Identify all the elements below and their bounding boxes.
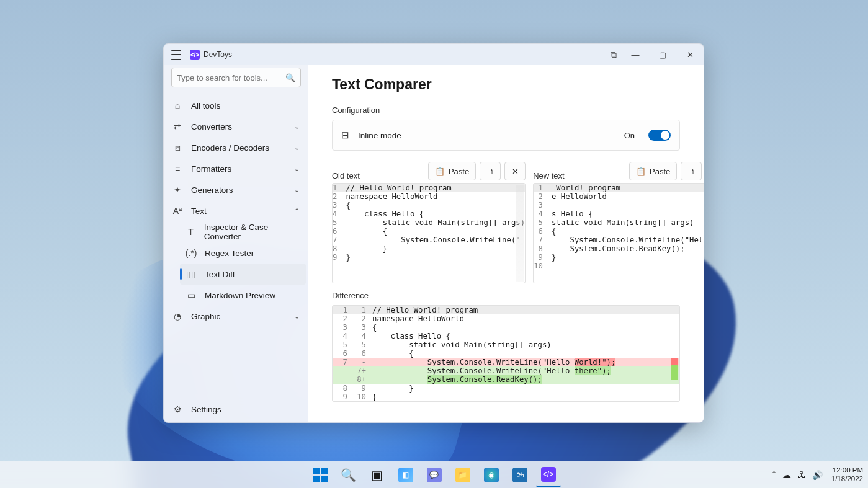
widgets-icon: ◧ bbox=[398, 468, 413, 482]
search-icon: 🔍 bbox=[285, 73, 295, 82]
nav-all-tools[interactable]: ⌂ All tools bbox=[166, 95, 306, 116]
taskbar-store[interactable]: 🛍 bbox=[508, 463, 532, 487]
inline-mode-label: Inline mode bbox=[358, 131, 401, 140]
markdown-icon: ▭ bbox=[186, 290, 196, 300]
old-clear-button[interactable]: ✕ bbox=[504, 162, 526, 180]
app-title: DevToys bbox=[204, 50, 232, 59]
devtoys-icon: </> bbox=[541, 467, 556, 482]
generators-icon: ✦ bbox=[172, 185, 182, 195]
taskbar-edge[interactable]: ◉ bbox=[479, 463, 504, 487]
clock-date: 1/18/2022 bbox=[831, 475, 863, 483]
paste-label: Paste bbox=[449, 167, 469, 176]
new-open-file-button[interactable]: 🗋 bbox=[681, 162, 702, 180]
taskbar-center: 🔍 ▣ ◧ 💬 📁 ◉ 🛍 </> bbox=[308, 463, 561, 487]
gear-icon: ⚙ bbox=[172, 404, 182, 414]
edge-icon: ◉ bbox=[484, 468, 499, 482]
encoders-icon: ⧈ bbox=[172, 143, 182, 153]
devtoys-window: </> DevToys ⧉ — ▢ ✕ 🔍 ⌂ All tools ⇄ Conv… bbox=[163, 43, 704, 423]
taskbar-taskview[interactable]: ▣ bbox=[365, 463, 390, 487]
diff-icon: ▯▯ bbox=[186, 269, 196, 279]
nav-text-markdown[interactable]: ▭ Markdown Preview bbox=[180, 285, 306, 306]
onedrive-icon[interactable]: ☁ bbox=[782, 470, 791, 480]
close-icon: ✕ bbox=[512, 167, 519, 176]
new-text-pane: New text 📋 Paste 🗋 ✕ 1 World! program2e … bbox=[533, 162, 704, 283]
nav-text-diff[interactable]: ▯▯ Text Diff bbox=[180, 264, 306, 285]
new-paste-button[interactable]: 📋 Paste bbox=[629, 162, 677, 180]
diff-marker-added bbox=[671, 365, 678, 380]
inline-mode-toggle[interactable] bbox=[648, 130, 671, 141]
formatters-icon: ≡ bbox=[172, 164, 182, 174]
taskbar: 🔍 ▣ ◧ 💬 📁 ◉ 🛍 </> ˄ ☁ 🖧 🔊 12:00 PM 1/18/… bbox=[0, 461, 868, 488]
nav-label: Text bbox=[191, 206, 207, 216]
diff-marker-removed bbox=[671, 358, 678, 365]
difference-editor[interactable]: 11// Hello World! program22namespace Hel… bbox=[332, 305, 680, 402]
start-button[interactable] bbox=[308, 463, 333, 487]
minimap[interactable] bbox=[516, 185, 524, 282]
inline-mode-icon: ⊟ bbox=[341, 130, 349, 141]
network-icon[interactable]: 🖧 bbox=[797, 470, 806, 480]
page-title: Text Comparer bbox=[332, 76, 680, 93]
nav-label: Generators bbox=[191, 185, 233, 195]
old-open-file-button[interactable]: 🗋 bbox=[480, 162, 501, 180]
nav-settings[interactable]: ⚙ Settings bbox=[166, 399, 306, 420]
taskbar-devtoys[interactable]: </> bbox=[536, 463, 561, 487]
nav-converters[interactable]: ⇄ Converters ⌄ bbox=[166, 116, 306, 137]
search-input[interactable]: 🔍 bbox=[171, 68, 301, 87]
nav-encoders[interactable]: ⧈ Encoders / Decoders ⌄ bbox=[166, 137, 306, 158]
system-tray: ˄ ☁ 🖧 🔊 12:00 PM 1/18/2022 bbox=[772, 466, 863, 482]
chevron-down-icon: ⌄ bbox=[294, 144, 300, 152]
compact-overlay-icon[interactable]: ⧉ bbox=[611, 50, 617, 60]
nav-label: Converters bbox=[191, 122, 232, 131]
nav-graphic[interactable]: ◔ Graphic ⌄ bbox=[166, 306, 306, 327]
nav-label: Settings bbox=[191, 405, 221, 414]
taskview-icon: ▣ bbox=[371, 468, 383, 482]
nav-label: Graphic bbox=[191, 312, 220, 321]
chevron-down-icon: ⌄ bbox=[294, 313, 300, 321]
nav-text[interactable]: Aª Text ⌃ bbox=[166, 200, 306, 221]
nav-label: Formatters bbox=[191, 164, 231, 174]
paste-label: Paste bbox=[650, 167, 670, 176]
text-icon: Aª bbox=[172, 206, 182, 216]
taskbar-clock[interactable]: 12:00 PM 1/18/2022 bbox=[831, 466, 863, 482]
folder-icon: 📁 bbox=[455, 468, 470, 482]
minimize-button[interactable]: — bbox=[622, 44, 649, 65]
file-icon: 🗋 bbox=[687, 167, 696, 176]
difference-label: Difference bbox=[332, 291, 680, 300]
file-icon: 🗋 bbox=[486, 167, 494, 176]
graphic-icon: ◔ bbox=[172, 311, 182, 321]
sidebar: 🔍 ⌂ All tools ⇄ Converters ⌄ ⧈ Encoders … bbox=[164, 65, 308, 422]
taskbar-chat[interactable]: 💬 bbox=[422, 463, 447, 487]
titlebar: </> DevToys ⧉ — ▢ ✕ bbox=[164, 44, 704, 65]
inline-mode-state: On bbox=[624, 131, 635, 140]
volume-icon[interactable]: 🔊 bbox=[812, 470, 823, 480]
nav-formatters[interactable]: ≡ Formatters ⌄ bbox=[166, 158, 306, 179]
hamburger-menu-icon[interactable] bbox=[171, 50, 181, 60]
nav-label: Encoders / Decoders bbox=[191, 143, 269, 153]
nav-text-regex[interactable]: (.*) Regex Tester bbox=[180, 242, 306, 264]
old-text-editor[interactable]: 1// Hello World! program2namespace Hello… bbox=[332, 183, 526, 283]
app-icon: </> bbox=[190, 50, 200, 60]
chat-icon: 💬 bbox=[427, 468, 442, 482]
close-button[interactable]: ✕ bbox=[676, 44, 704, 65]
old-text-label: Old text bbox=[332, 171, 360, 180]
old-paste-button[interactable]: 📋 Paste bbox=[428, 162, 476, 180]
search-field[interactable] bbox=[177, 73, 285, 82]
taskbar-widgets[interactable]: ◧ bbox=[393, 463, 418, 487]
old-text-pane: Old text 📋 Paste 🗋 ✕ 1// Hello World! pr… bbox=[332, 162, 526, 283]
new-text-editor[interactable]: 1 World! program2e HelloWorld34s Hello {… bbox=[533, 183, 704, 283]
nav: ⌂ All tools ⇄ Converters ⌄ ⧈ Encoders / … bbox=[164, 94, 308, 396]
chevron-down-icon: ⌄ bbox=[294, 186, 300, 194]
taskbar-search[interactable]: 🔍 bbox=[336, 463, 361, 487]
chevron-up-icon: ⌃ bbox=[294, 207, 300, 215]
chevron-down-icon: ⌄ bbox=[294, 165, 300, 173]
taskbar-explorer[interactable]: 📁 bbox=[450, 463, 475, 487]
nav-text-inspector[interactable]: T Inspector & Case Converter bbox=[180, 221, 306, 242]
nav-label: All tools bbox=[191, 101, 220, 110]
nav-label: Text Diff bbox=[205, 270, 235, 279]
new-text-label: New text bbox=[533, 171, 565, 180]
nav-generators[interactable]: ✦ Generators ⌄ bbox=[166, 179, 306, 200]
chevron-down-icon: ⌄ bbox=[294, 123, 300, 131]
clock-time: 12:00 PM bbox=[831, 466, 863, 474]
maximize-button[interactable]: ▢ bbox=[649, 44, 676, 65]
tray-overflow-icon[interactable]: ˄ bbox=[772, 470, 776, 480]
